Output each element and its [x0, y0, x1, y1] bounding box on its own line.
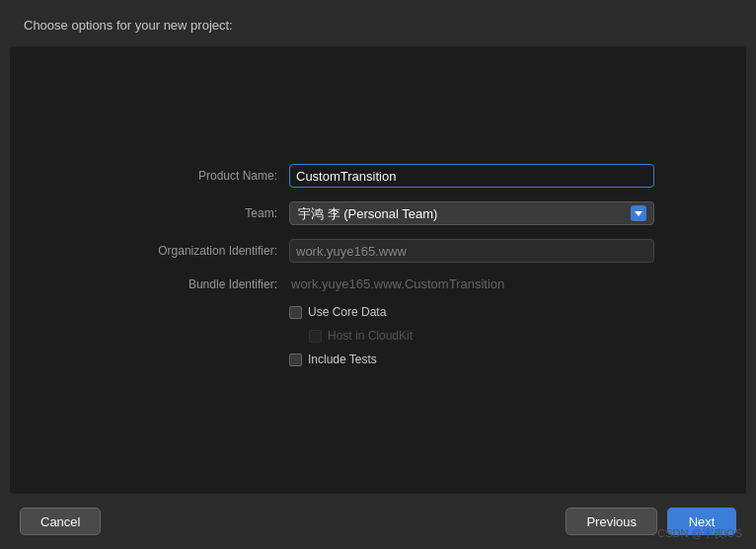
host-cloudkit-row: Host in CloudKit [289, 329, 654, 343]
team-select-wrapper: 宇鸿 李 (Personal Team) [289, 201, 654, 225]
previous-button[interactable]: Previous [566, 508, 657, 535]
dialog-title: Choose options for your new project: [0, 0, 756, 46]
use-core-data-checkbox-wrapper[interactable]: Use Core Data [289, 305, 386, 319]
cancel-button[interactable]: Cancel [20, 508, 101, 535]
use-core-data-label: Use Core Data [308, 305, 386, 319]
host-cloudkit-checkbox [309, 330, 322, 343]
form-area: Product Name: Team: 宇鸿 李 (Personal Team)… [102, 164, 654, 376]
dialog-container: Choose options for your new project: Pro… [0, 0, 756, 549]
org-identifier-label: Organization Identifier: [102, 244, 289, 258]
watermark: CSDN @宇夜iOS [657, 526, 742, 541]
bundle-identifier-label: Bundle Identifier: [102, 277, 289, 291]
org-identifier-input[interactable] [289, 239, 654, 263]
include-tests-checkbox-wrapper[interactable]: Include Tests [289, 353, 377, 366]
use-core-data-checkbox[interactable] [289, 306, 302, 319]
dialog-content: Product Name: Team: 宇鸿 李 (Personal Team)… [10, 46, 746, 494]
team-select[interactable]: 宇鸿 李 (Personal Team) [289, 201, 654, 225]
include-tests-row: Include Tests [289, 353, 654, 366]
dialog-footer: Cancel Previous Next [0, 494, 756, 549]
product-name-row: Product Name: [102, 164, 654, 188]
host-cloudkit-checkbox-wrapper: Host in CloudKit [309, 329, 413, 343]
include-tests-label: Include Tests [308, 353, 377, 366]
bundle-identifier-value: work.yuye165.www.CustomTransition [289, 276, 654, 291]
org-identifier-row: Organization Identifier: [102, 239, 654, 263]
team-row: Team: 宇鸿 李 (Personal Team) [102, 201, 654, 225]
use-core-data-row: Use Core Data [289, 305, 654, 319]
include-tests-checkbox[interactable] [289, 353, 302, 366]
team-label: Team: [102, 206, 289, 220]
host-cloudkit-label: Host in CloudKit [328, 329, 413, 343]
bundle-identifier-row: Bundle Identifier: work.yuye165.www.Cust… [102, 276, 654, 291]
product-name-label: Product Name: [102, 169, 289, 183]
product-name-input[interactable] [289, 164, 654, 188]
